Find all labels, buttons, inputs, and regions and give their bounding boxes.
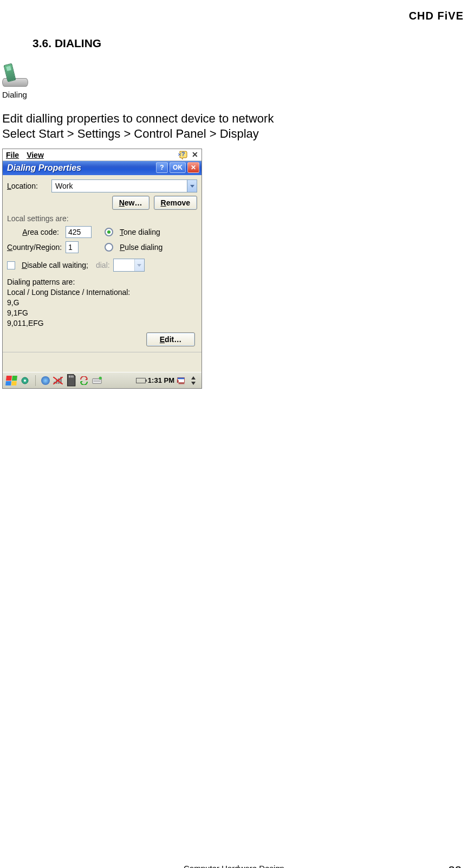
location-dropdown[interactable]: Work — [51, 179, 197, 192]
country-region-input[interactable] — [66, 241, 79, 253]
area-code-input[interactable] — [66, 226, 92, 238]
signal-disabled-icon[interactable] — [53, 376, 63, 385]
footer-center-text: Computer Hardware Design — [0, 864, 468, 868]
dialog-empty-area — [3, 352, 202, 372]
dialing-properties-screenshot: File View ? ✕ Dialing Properties ? OK ✕ … — [2, 149, 202, 389]
menu-view[interactable]: View — [27, 151, 44, 159]
pulse-dialing-label: Pulse dialing — [120, 243, 162, 252]
body-text: Edit dialling properties to connect devi… — [2, 111, 468, 141]
disable-call-waiting-label: Disable call waiting; — [22, 261, 88, 269]
titlebar-help-button[interactable]: ? — [156, 162, 168, 173]
new-button[interactable]: New… — [112, 196, 150, 210]
svg-rect-9 — [69, 376, 70, 378]
body-line-1: Edit dialling properties to connect devi… — [2, 111, 468, 126]
pattern-long-distance: 9,1FG — [7, 308, 197, 318]
chevron-down-icon[interactable] — [187, 180, 197, 192]
parent-window-close-icon[interactable]: ✕ — [191, 151, 199, 159]
taskbar-app-icon[interactable] — [20, 376, 30, 385]
dialing-patterns-block: Dialing patterns are: Local / Long Dista… — [7, 277, 197, 328]
dialing-desktop-icon: Dialing — [2, 64, 468, 99]
menu-view-label: View — [27, 151, 44, 159]
tone-dialing-radio[interactable] — [105, 228, 113, 236]
footer-page-number: 22 — [448, 864, 461, 868]
remove-button[interactable]: Remove — [154, 196, 197, 210]
dialog-body: Location: Work New… Remove Local setting… — [3, 175, 202, 352]
menu-file[interactable]: File — [6, 151, 19, 159]
local-settings-label: Local settings are: — [7, 214, 197, 223]
titlebar-close-button[interactable]: ✕ — [187, 162, 199, 173]
dial-code-dropdown — [113, 259, 145, 272]
svg-rect-17 — [178, 378, 185, 380]
dialing-icon-label: Dialing — [2, 90, 468, 99]
dialog-title: Dialing Properties — [7, 163, 81, 173]
battery-icon[interactable] — [136, 378, 146, 383]
sd-card-icon[interactable] — [66, 376, 76, 385]
svg-rect-11 — [73, 376, 74, 378]
pattern-international: 9,011,EFG — [7, 318, 197, 329]
brand-heading: CHD FiVE — [409, 10, 464, 22]
tone-dialing-label: Tone dialing — [120, 228, 160, 236]
phone-cradle-icon — [2, 64, 29, 88]
sync-arrows-icon[interactable] — [79, 376, 89, 385]
dialog-titlebar: Dialing Properties ? OK ✕ — [3, 161, 202, 175]
pattern-local: 9,G — [7, 298, 197, 308]
country-region-label: Country/Region: — [7, 243, 61, 252]
dial-label: dial: — [96, 261, 110, 269]
parent-window-menubar: File View ? ✕ — [3, 149, 202, 161]
svg-text:?: ? — [181, 151, 185, 157]
pulse-dialing-radio[interactable] — [105, 243, 113, 252]
taskbar-clock: 1:31 PM — [148, 376, 174, 384]
taskbar: 1:31 PM — [3, 372, 202, 388]
area-code-label: Area code: — [7, 228, 61, 236]
location-label: Location: — [7, 182, 51, 190]
section-title-cap: D — [55, 37, 63, 49]
svg-point-15 — [99, 377, 102, 380]
svg-rect-10 — [70, 376, 72, 378]
edit-button[interactable]: Edit… — [146, 332, 195, 346]
section-title-rest: IALING — [63, 37, 101, 49]
svg-point-2 — [24, 380, 26, 382]
section-number: 3.6. — [32, 37, 55, 49]
network-globe-icon[interactable] — [41, 376, 50, 385]
menu-file-label: File — [6, 151, 19, 159]
patterns-heading: Dialing patterns are: — [7, 277, 197, 287]
keyboard-status-icon[interactable] — [92, 376, 102, 385]
context-help-icon[interactable]: ? — [178, 150, 187, 160]
titlebar-ok-button[interactable]: OK — [170, 162, 186, 173]
start-button-icon[interactable] — [5, 376, 17, 385]
body-line-2: Select Start > Settings > Control Panel … — [2, 126, 468, 142]
section-heading: 3.6. DIALING — [32, 37, 468, 50]
chevron-down-icon — [134, 259, 144, 271]
location-value: Work — [55, 182, 73, 190]
up-down-arrows-icon[interactable] — [188, 376, 198, 385]
patterns-subheading: Local / Long Distance / International: — [7, 287, 197, 298]
disable-call-waiting-checkbox[interactable] — [7, 261, 15, 269]
desktop-show-icon[interactable] — [177, 376, 186, 385]
